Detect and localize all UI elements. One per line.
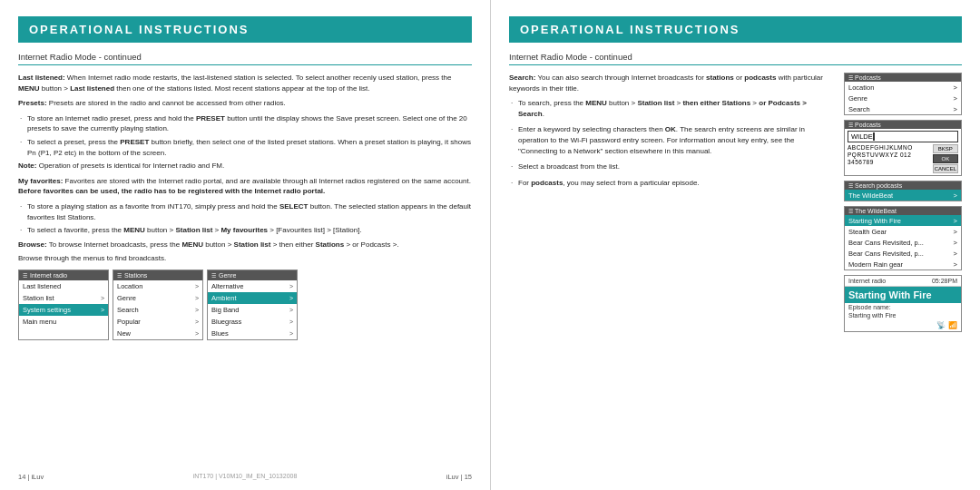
screen-item: Big Band > [208, 304, 297, 316]
screen-item: New > [113, 328, 202, 339]
favorites-bullet1: To store a playing station as a favorite… [18, 201, 472, 222]
screen-item: Blues > [208, 328, 297, 339]
menu-icon: ☰ [848, 208, 853, 214]
screen-item: Bluegrass > [208, 316, 297, 328]
episode-item: Modern Rain gear > [845, 259, 961, 270]
screen-item: Last listened [19, 280, 108, 292]
menu-icon: ☰ [117, 272, 122, 279]
screen-item: Station list > [19, 292, 108, 304]
chevron-icon: > [195, 318, 199, 325]
screen-item-highlighted: System settings > [19, 304, 108, 316]
left-page-footer: 14 | iLuv iNT170 | V10M10_IM_EN_10132008… [18, 473, 472, 481]
episode-list-header: ☰ The WildeBeat [845, 207, 961, 215]
right-footer-page: iLuv | 15 [446, 473, 472, 481]
np-header-row: Internet radio 05:28PM [845, 276, 961, 287]
np-sub1: Episode name: [845, 303, 961, 311]
screen-podcasts-menu: ☰ Podcasts Location > Genre > Search > [844, 73, 962, 115]
keyboard-keys-row1: ABCDEFGHIJKLMNO [848, 144, 913, 151]
right-screens-col: ☰ Podcasts Location > Genre > Search > [844, 73, 962, 332]
presets-bullet2: To select a preset, press the PRESET but… [18, 137, 472, 158]
search-text: Search: You can also search through Inte… [509, 73, 835, 93]
screen-item: Main menu [19, 316, 108, 328]
screen-now-playing: Internet radio 05:28PM Starting With Fir… [844, 275, 962, 332]
search-results-header: ☰ Search podcasts [845, 181, 961, 190]
menu-icon: ☰ [848, 182, 853, 189]
chevron-icon: > [289, 283, 293, 289]
keyboard-row1: ABCDEFGHIJKLMNO [848, 144, 931, 151]
np-title: Starting With Fire [845, 287, 961, 303]
chevron-icon: > [289, 330, 293, 337]
keyboard-row2: PQRSTUVWXYZ 012 [848, 152, 931, 158]
screen-episode-list: ☰ The WildeBeat Starting With Fire > Ste… [844, 206, 962, 270]
left-section-header: Internet Radio Mode - continued [18, 52, 472, 65]
np-sub2: Starting with Fire [845, 311, 961, 319]
search-bullet4: For podcasts, you may select from a part… [509, 178, 835, 189]
chevron-icon: > [195, 330, 199, 337]
podcasts-menu-header: ☰ Podcasts [845, 74, 961, 82]
cancel-button[interactable]: CANCEL [933, 164, 958, 173]
screen-internet-radio: ☰ Internet radio Last listened Station l… [18, 270, 109, 340]
episode-item-active: Starting With Fire > [845, 215, 961, 226]
screen-podcasts-keyboard: ☰ Podcasts WILDE ABCDEFGHIJKLMNO [844, 120, 962, 176]
podcast-item: Search > [845, 103, 961, 114]
browse-text: Browse: To browse Internet broadcasts, p… [18, 240, 472, 250]
center-footer-text: iNT170 | V10M10_IM_EN_10132008 [193, 473, 298, 481]
chevron-icon: > [954, 105, 957, 113]
keyboard-input[interactable]: WILDE [848, 131, 958, 142]
screen-item: Alternative > [208, 280, 297, 292]
search-bullet3: Select a broadcast from the list. [509, 162, 835, 172]
episode-item: Bear Cans Revisited, p... > [845, 237, 961, 248]
screen-item: Location > [113, 280, 202, 292]
podcasts-keyboard-header: ☰ Podcasts [845, 121, 961, 129]
presets-title-text: Presets: Presets are stored in the radio… [18, 98, 472, 109]
chevron-icon: > [954, 94, 957, 103]
chevron-icon: > [954, 260, 957, 269]
menu-icon: ☰ [23, 272, 27, 279]
chevron-icon: > [289, 307, 293, 313]
chevron-icon: > [954, 191, 957, 200]
keyboard-row3: 3456789 [848, 159, 931, 165]
right-page: OPERATIONAL INSTRUCTIONS Internet Radio … [490, 0, 980, 490]
browse-sub-text: Browse through the menus to find broadca… [18, 253, 472, 264]
left-footer-page: 14 | iLuv [18, 473, 44, 481]
right-page-title: OPERATIONAL INSTRUCTIONS [509, 16, 962, 43]
screen-item-highlighted: Ambient > [208, 292, 297, 304]
chevron-icon: > [289, 295, 293, 301]
chevron-icon: > [195, 283, 199, 289]
screen-internet-radio-header: ☰ Internet radio [19, 270, 108, 280]
note-text: Note: Operation of presets is identical … [18, 161, 472, 172]
podcast-item: Location > [845, 82, 961, 93]
left-page-title: OPERATIONAL INSTRUCTIONS [18, 16, 472, 43]
left-page: OPERATIONAL INSTRUCTIONS Internet Radio … [0, 0, 490, 490]
keyboard-keys-row3: 3456789 [848, 159, 874, 165]
presets-bullet1: To store an Internet radio preset, press… [18, 113, 472, 134]
favorites-bullet2: To select a favorite, press the MENU but… [18, 225, 472, 236]
screens-row: ☰ Internet radio Last listened Station l… [18, 270, 472, 340]
chevron-icon: > [954, 239, 957, 247]
right-text-col: Search: You can also search through Inte… [509, 73, 835, 332]
ok-button[interactable]: OK [933, 154, 958, 163]
screen-genre-header: ☰ Genre [208, 270, 297, 280]
chevron-icon: > [954, 228, 957, 236]
screen-search-results: ☰ Search podcasts The WildeBeat > [844, 181, 962, 201]
menu-icon: ☰ [848, 74, 853, 81]
screen-item: Popular > [113, 316, 202, 328]
search-bullet2: Enter a keyword by selecting characters … [509, 124, 835, 156]
chevron-icon: > [101, 307, 104, 313]
episode-item: Stealth Gear > [845, 226, 961, 237]
bksp-button[interactable]: BKSP [933, 144, 958, 153]
chevron-icon: > [195, 295, 199, 301]
cursor [873, 132, 875, 141]
chevron-icon: > [954, 217, 957, 225]
chevron-icon: > [954, 250, 957, 258]
screen-stations-header: ☰ Stations [113, 270, 202, 280]
chevron-icon: > [101, 295, 104, 301]
menu-icon: ☰ [211, 272, 216, 279]
podcast-item: Genre > [845, 93, 961, 103]
chevron-icon: > [954, 83, 957, 92]
search-result-item-active: The WildeBeat > [845, 190, 961, 201]
last-listened-text: Last listened: When Internet radio mode … [18, 73, 472, 93]
signal-icon: 📶 [948, 321, 957, 329]
antenna-icon: 📡 [936, 321, 946, 329]
keyboard-keys-row2: PQRSTUVWXYZ 012 [848, 152, 911, 158]
